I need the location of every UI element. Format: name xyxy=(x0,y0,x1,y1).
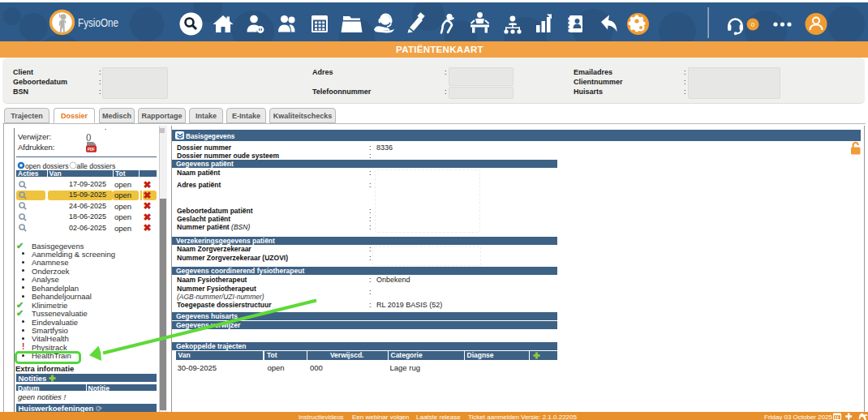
svg-text:0: 0 xyxy=(751,21,755,28)
svg-text:PDF: PDF xyxy=(88,148,95,152)
svg-text:FysioOne: FysioOne xyxy=(78,15,118,29)
